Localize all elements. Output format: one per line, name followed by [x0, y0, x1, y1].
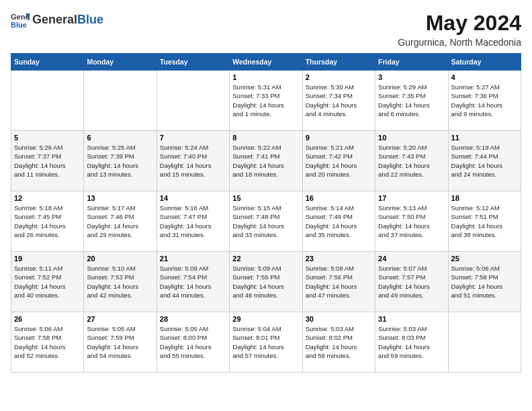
day-header-friday: Friday	[375, 54, 448, 71]
day-number: 20	[87, 255, 153, 263]
day-number: 18	[451, 194, 518, 202]
day-info: Sunrise: 5:06 AMSunset: 7:58 PMDaylight:…	[14, 324, 81, 360]
calendar-cell: 10Sunrise: 5:20 AMSunset: 7:43 PMDayligh…	[375, 131, 448, 191]
calendar-cell: 29Sunrise: 5:04 AMSunset: 8:01 PMDayligh…	[230, 312, 302, 373]
day-info: Sunrise: 5:09 AMSunset: 7:55 PMDaylight:…	[232, 264, 299, 300]
day-info: Sunrise: 5:27 AMSunset: 7:36 PMDaylight:…	[451, 83, 518, 118]
calendar-cell: 3Sunrise: 5:29 AMSunset: 7:35 PMDaylight…	[375, 71, 448, 131]
calendar-cell: 26Sunrise: 5:06 AMSunset: 7:58 PMDayligh…	[11, 312, 84, 373]
calendar-cell: 25Sunrise: 5:06 AMSunset: 7:58 PMDayligh…	[448, 252, 521, 312]
week-row-1: 1Sunrise: 5:31 AMSunset: 7:33 PMDaylight…	[11, 71, 521, 131]
title-area: May 2024 Gurgurnica, North Macedonia	[398, 11, 521, 48]
day-info: Sunrise: 5:05 AMSunset: 7:59 PMDaylight:…	[87, 324, 153, 360]
day-number: 17	[378, 194, 445, 202]
day-number: 23	[306, 255, 372, 263]
day-info: Sunrise: 5:03 AMSunset: 8:02 PMDaylight:…	[306, 324, 372, 360]
calendar-cell: 18Sunrise: 5:12 AMSunset: 7:51 PMDayligh…	[448, 191, 521, 252]
day-info: Sunrise: 5:13 AMSunset: 7:50 PMDaylight:…	[378, 203, 445, 239]
calendar-cell: 17Sunrise: 5:13 AMSunset: 7:50 PMDayligh…	[375, 191, 448, 252]
day-number: 4	[451, 73, 518, 81]
calendar-cell: 27Sunrise: 5:05 AMSunset: 7:59 PMDayligh…	[84, 312, 157, 373]
day-number: 28	[160, 315, 226, 323]
day-number: 6	[87, 134, 153, 142]
day-number: 22	[232, 255, 299, 263]
day-info: Sunrise: 5:24 AMSunset: 7:40 PMDaylight:…	[160, 143, 226, 179]
day-info: Sunrise: 5:06 AMSunset: 7:58 PMDaylight:…	[451, 264, 518, 300]
calendar-cell: 31Sunrise: 5:03 AMSunset: 8:03 PMDayligh…	[375, 312, 448, 373]
logo-blue-text: Blue	[77, 13, 103, 26]
week-row-2: 5Sunrise: 5:26 AMSunset: 7:37 PMDaylight…	[11, 131, 521, 191]
calendar-cell: 21Sunrise: 5:09 AMSunset: 7:54 PMDayligh…	[157, 252, 229, 312]
calendar-cell: 22Sunrise: 5:09 AMSunset: 7:55 PMDayligh…	[230, 252, 302, 312]
calendar-cell: 16Sunrise: 5:14 AMSunset: 7:49 PMDayligh…	[302, 191, 375, 252]
header: General Blue GeneralBlue May 2024 Gurgur…	[11, 11, 521, 48]
day-number: 25	[451, 255, 518, 263]
calendar-cell	[84, 71, 157, 131]
day-number: 2	[306, 73, 372, 81]
day-info: Sunrise: 5:11 AMSunset: 7:52 PMDaylight:…	[14, 264, 81, 300]
calendar-cell: 2Sunrise: 5:30 AMSunset: 7:34 PMDaylight…	[302, 71, 375, 131]
day-number: 1	[232, 73, 299, 81]
day-info: Sunrise: 5:12 AMSunset: 7:51 PMDaylight:…	[451, 203, 518, 239]
day-info: Sunrise: 5:25 AMSunset: 7:39 PMDaylight:…	[87, 143, 153, 179]
day-header-saturday: Saturday	[448, 54, 521, 71]
calendar-cell: 23Sunrise: 5:08 AMSunset: 7:56 PMDayligh…	[302, 252, 375, 312]
day-number: 12	[14, 194, 81, 202]
week-row-4: 19Sunrise: 5:11 AMSunset: 7:52 PMDayligh…	[11, 252, 521, 312]
day-info: Sunrise: 5:20 AMSunset: 7:43 PMDaylight:…	[378, 143, 445, 179]
day-header-sunday: Sunday	[11, 54, 84, 71]
day-info: Sunrise: 5:18 AMSunset: 7:45 PMDaylight:…	[14, 203, 81, 239]
calendar-cell: 4Sunrise: 5:27 AMSunset: 7:36 PMDaylight…	[448, 71, 521, 131]
day-number: 7	[160, 134, 226, 142]
calendar-cell: 14Sunrise: 5:16 AMSunset: 7:47 PMDayligh…	[157, 191, 229, 252]
day-info: Sunrise: 5:29 AMSunset: 7:35 PMDaylight:…	[378, 83, 445, 118]
day-header-monday: Monday	[84, 54, 157, 71]
day-number: 29	[232, 315, 299, 323]
day-info: Sunrise: 5:04 AMSunset: 8:01 PMDaylight:…	[232, 324, 299, 360]
calendar-cell: 5Sunrise: 5:26 AMSunset: 7:37 PMDaylight…	[11, 131, 84, 191]
calendar-cell	[157, 71, 229, 131]
day-header-tuesday: Tuesday	[157, 54, 229, 71]
day-info: Sunrise: 5:30 AMSunset: 7:34 PMDaylight:…	[306, 83, 372, 118]
day-info: Sunrise: 5:05 AMSunset: 8:00 PMDaylight:…	[160, 324, 226, 360]
calendar-table: SundayMondayTuesdayWednesdayThursdayFrid…	[11, 53, 521, 373]
calendar-cell: 28Sunrise: 5:05 AMSunset: 8:00 PMDayligh…	[157, 312, 229, 373]
calendar-cell: 24Sunrise: 5:07 AMSunset: 7:57 PMDayligh…	[375, 252, 448, 312]
day-number: 3	[378, 73, 445, 81]
calendar-cell: 6Sunrise: 5:25 AMSunset: 7:39 PMDaylight…	[84, 131, 157, 191]
day-number: 19	[14, 255, 81, 263]
logo-icon: General Blue	[11, 11, 30, 30]
calendar-cell: 12Sunrise: 5:18 AMSunset: 7:45 PMDayligh…	[11, 191, 84, 252]
day-number: 21	[160, 255, 226, 263]
day-number: 8	[232, 134, 299, 142]
day-info: Sunrise: 5:21 AMSunset: 7:42 PMDaylight:…	[306, 143, 372, 179]
calendar-cell	[448, 312, 521, 373]
calendar-cell: 30Sunrise: 5:03 AMSunset: 8:02 PMDayligh…	[302, 312, 375, 373]
calendar-cell: 8Sunrise: 5:22 AMSunset: 7:41 PMDaylight…	[230, 131, 302, 191]
day-number: 15	[232, 194, 299, 202]
calendar-cell: 7Sunrise: 5:24 AMSunset: 7:40 PMDaylight…	[157, 131, 229, 191]
logo: General Blue GeneralBlue	[11, 11, 103, 30]
calendar-cell: 19Sunrise: 5:11 AMSunset: 7:52 PMDayligh…	[11, 252, 84, 312]
day-number: 10	[378, 134, 445, 142]
week-row-3: 12Sunrise: 5:18 AMSunset: 7:45 PMDayligh…	[11, 191, 521, 252]
day-info: Sunrise: 5:16 AMSunset: 7:47 PMDaylight:…	[160, 203, 226, 239]
day-header-thursday: Thursday	[302, 54, 375, 71]
calendar-cell: 20Sunrise: 5:10 AMSunset: 7:53 PMDayligh…	[84, 252, 157, 312]
day-number: 16	[306, 194, 372, 202]
logo-general-text: General	[32, 13, 77, 26]
day-number: 14	[160, 194, 226, 202]
calendar-cell: 11Sunrise: 5:19 AMSunset: 7:44 PMDayligh…	[448, 131, 521, 191]
day-info: Sunrise: 5:08 AMSunset: 7:56 PMDaylight:…	[306, 264, 372, 300]
day-info: Sunrise: 5:17 AMSunset: 7:46 PMDaylight:…	[87, 203, 153, 239]
day-info: Sunrise: 5:26 AMSunset: 7:37 PMDaylight:…	[14, 143, 81, 179]
day-info: Sunrise: 5:15 AMSunset: 7:48 PMDaylight:…	[232, 203, 299, 239]
svg-text:Blue: Blue	[11, 21, 27, 29]
day-info: Sunrise: 5:09 AMSunset: 7:54 PMDaylight:…	[160, 264, 226, 300]
day-number: 26	[14, 315, 81, 323]
day-number: 11	[451, 134, 518, 142]
day-info: Sunrise: 5:10 AMSunset: 7:53 PMDaylight:…	[87, 264, 153, 300]
calendar-cell: 13Sunrise: 5:17 AMSunset: 7:46 PMDayligh…	[84, 191, 157, 252]
day-number: 30	[306, 315, 372, 323]
calendar-cell: 1Sunrise: 5:31 AMSunset: 7:33 PMDaylight…	[230, 71, 302, 131]
